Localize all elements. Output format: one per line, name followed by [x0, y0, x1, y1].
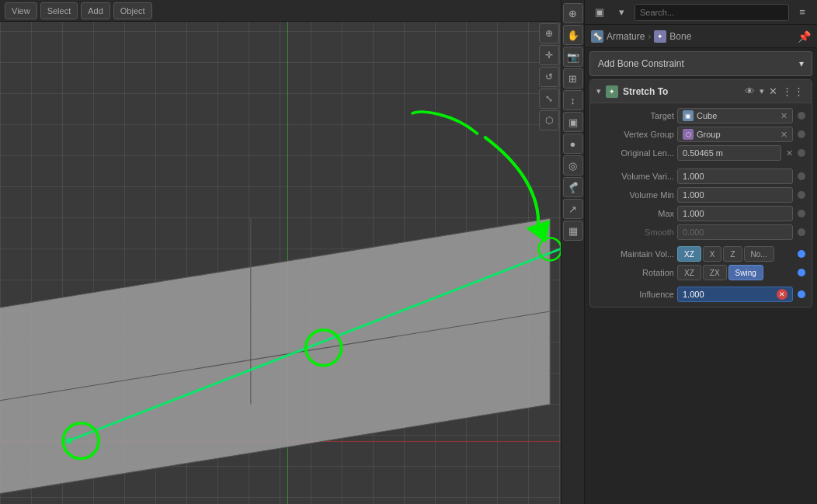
rotation-row: Rotation XZ ZX Swing [590, 263, 812, 282]
vg-clear-btn[interactable]: ✕ [780, 130, 787, 140]
select-menu[interactable]: Select [40, 2, 78, 19]
constraint-options-btn[interactable]: ⋮⋮ [782, 85, 805, 97]
orig-len-field[interactable]: 0.50465 m [677, 145, 781, 161]
volume-min-dot [798, 191, 805, 199]
armature-icon: 🦴 [591, 30, 603, 43]
volume-min-field[interactable]: 1.000 [677, 187, 793, 203]
influence-value: 1.000 [683, 290, 704, 299]
scale-tool[interactable]: ⤡ [539, 89, 559, 109]
maintain-vol-buttons: XZ X Z No... [677, 246, 793, 262]
orig-len-value: 0.50465 m [683, 148, 723, 158]
armature-label[interactable]: Armature [607, 31, 645, 42]
toolbar-eye[interactable]: ◎ [563, 155, 583, 176]
target-value-field[interactable]: ▣ Cube ✕ [677, 108, 793, 123]
add-menu[interactable]: Add [81, 2, 110, 19]
breadcrumb-sep: › [648, 31, 651, 42]
bone-label[interactable]: Bone [669, 31, 691, 42]
move-tool[interactable]: ✛ [539, 45, 559, 65]
constraint-visibility-toggle[interactable]: 👁 [745, 85, 755, 97]
volume-var-dot [798, 172, 805, 180]
target-label: Target [596, 111, 674, 120]
bone-icon: ✦ [654, 30, 666, 43]
volume-var-row: Volume Vari... 1.000 [590, 167, 812, 186]
toolbar-grid[interactable]: ⊞ [563, 68, 583, 89]
target-clear-btn[interactable]: ✕ [780, 111, 787, 121]
influence-field[interactable]: 1.000 ✕ [677, 287, 793, 302]
panel-icon-btn[interactable]: ▣ [591, 4, 608, 21]
object-menu[interactable]: Object [113, 2, 152, 19]
target-mesh-icon: ▣ [683, 110, 694, 121]
rotation-xz-btn[interactable]: XZ [677, 265, 701, 280]
properties-panel: ▣ ▾ ≡ 🦴 Armature › ✦ Bone 📌 Add Bone Con… [584, 0, 817, 504]
volume-min-label: Volume Min [596, 190, 674, 200]
influence-label: Influence [596, 290, 674, 299]
toolbar-cursor[interactable]: ⊕ [563, 3, 583, 23]
smooth-label: Smooth [596, 228, 674, 237]
max-label: Max [596, 209, 674, 218]
axis-y-line [287, 0, 288, 504]
add-constraint-chevron: ▾ [799, 58, 804, 69]
rotation-swing-btn[interactable]: Swing [728, 265, 763, 280]
volume-var-label: Volume Vari... [596, 172, 674, 181]
rotation-label: Rotation [596, 268, 674, 277]
toolbar-ik[interactable]: ↗ [563, 199, 583, 219]
viewport-header: View Select Add Object [0, 0, 561, 22]
panel-dropdown-btn[interactable]: ▾ [613, 4, 630, 21]
rotation-zx-btn[interactable]: ZX [703, 265, 727, 280]
toolbar-pose[interactable]: 🦿 [563, 177, 583, 197]
maintain-z-btn[interactable]: Z [723, 246, 742, 262]
max-field[interactable]: 1.000 [677, 206, 793, 221]
toolbar-hand[interactable]: ✋ [563, 25, 583, 45]
orig-len-row: Original Len... 0.50465 m ✕ [590, 144, 812, 162]
rotation-buttons: XZ ZX Swing [677, 265, 793, 280]
influence-dot [798, 290, 805, 298]
target-prop-dot [798, 112, 805, 120]
stretch-to-constraint-card: ▾ ✦ Stretch To 👁 ▾ ✕ ⋮⋮ Target ▣ Cube ✕ [589, 79, 812, 308]
vertex-group-value: Group [697, 130, 721, 139]
maintain-vol-label: Maintain Vol... [596, 249, 674, 259]
app-window: View Select Add Object ⊕ ✛ ↺ ⤡ ⬡ ⊕ ✋ 📷 ⊞… [0, 0, 817, 504]
smooth-value: 0.000 [683, 228, 704, 237]
orig-len-dot [798, 149, 805, 157]
constraint-name: Stretch To [623, 86, 740, 97]
constraint-icon: ✦ [606, 85, 618, 98]
constraint-body: Target ▣ Cube ✕ Vertex Group ⬡ Group ✕ [590, 103, 812, 307]
influence-clear-btn[interactable]: ✕ [777, 289, 787, 300]
cursor-tool[interactable]: ⊕ [539, 23, 559, 43]
toolbar-sphere[interactable]: ● [563, 134, 583, 154]
vertex-group-row: Vertex Group ⬡ Group ✕ [590, 125, 812, 144]
panel-options-btn[interactable]: ≡ [794, 4, 811, 21]
target-value-text: Cube [697, 111, 717, 120]
toolbar-layer[interactable]: ▣ [563, 112, 583, 132]
vertex-group-field[interactable]: ⬡ Group ✕ [677, 127, 793, 142]
maintain-none-btn[interactable]: No... [744, 246, 774, 262]
pin-button[interactable]: 📌 [798, 30, 811, 43]
toolbar-camera[interactable]: 📷 [563, 47, 583, 67]
constraint-expand-btn[interactable]: ▾ [760, 86, 764, 96]
max-dot [798, 210, 805, 217]
smooth-dot [798, 228, 805, 236]
toolbar-render[interactable]: ▦ [563, 221, 583, 241]
smooth-field[interactable]: 0.000 [677, 224, 793, 240]
panel-search-input[interactable] [634, 4, 789, 21]
toolbar-move[interactable]: ↕ [563, 90, 583, 110]
constraint-remove-btn[interactable]: ✕ [769, 85, 777, 97]
breadcrumb: 🦴 Armature › ✦ Bone 📌 [585, 25, 817, 48]
vertex-group-label: Vertex Group [596, 130, 674, 139]
maintain-xz-btn[interactable]: XZ [677, 246, 701, 262]
constraint-collapse-toggle[interactable]: ▾ [596, 86, 601, 96]
max-row: Max 1.000 [590, 204, 812, 223]
maintain-vol-dot [798, 250, 805, 258]
transform-tool[interactable]: ⬡ [539, 110, 559, 130]
rotate-tool[interactable]: ↺ [539, 67, 559, 87]
orig-len-reset-btn[interactable]: ✕ [786, 148, 793, 158]
add-bone-constraint-button[interactable]: Add Bone Constraint ▾ [589, 51, 812, 76]
maintain-x-btn[interactable]: X [703, 246, 722, 262]
influence-row: Influence 1.000 ✕ [590, 285, 812, 304]
volume-var-field[interactable]: 1.000 [677, 169, 793, 184]
rotation-dot [798, 269, 805, 276]
viewport-3d[interactable]: View Select Add Object ⊕ ✛ ↺ ⤡ ⬡ ⊕ ✋ 📷 ⊞… [0, 0, 584, 504]
volume-var-value: 1.000 [683, 172, 704, 181]
volume-min-row: Volume Min 1.000 [590, 186, 812, 204]
view-menu[interactable]: View [5, 2, 37, 19]
